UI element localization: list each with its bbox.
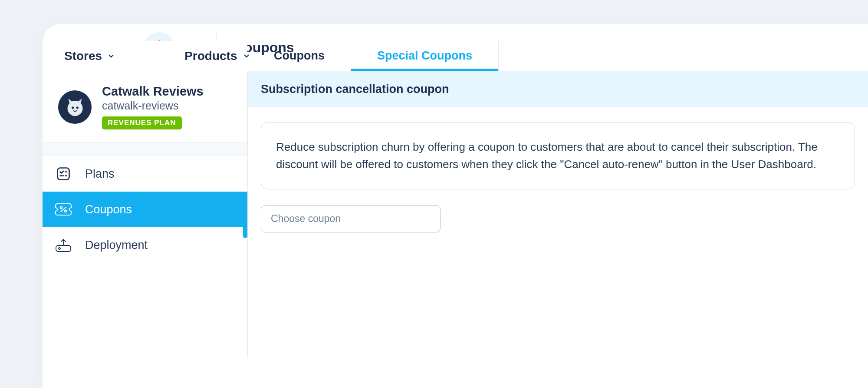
tab-special-coupons[interactable]: Special Coupons (351, 41, 499, 71)
product-slug: catwalk-reviews (102, 99, 204, 112)
coupon-icon (55, 203, 72, 216)
sidebar-item-label: Coupons (85, 203, 132, 216)
sidebar-item-deployment[interactable]: Deployment (43, 227, 247, 263)
main-content: Coupons Special Coupons Subscription can… (247, 71, 868, 358)
product-name: Catwalk Reviews (102, 84, 204, 99)
sidebar-nav: Plans Coupons (43, 156, 247, 263)
product-card[interactable]: Catwalk Reviews catwalk-reviews REVENUES… (43, 71, 247, 143)
product-avatar (58, 90, 92, 124)
sidebar-gap (43, 143, 247, 156)
svg-line-18 (61, 207, 66, 212)
body: Stores Products (43, 71, 868, 358)
nav-stores-dropdown[interactable]: Stores (64, 49, 115, 63)
sidebar: Stores Products (43, 71, 247, 358)
svg-point-10 (72, 106, 74, 109)
nav-products-label: Products (184, 49, 237, 63)
tab-label: Coupons (274, 49, 325, 63)
nav-stores-label: Stores (64, 49, 102, 63)
svg-point-17 (65, 210, 67, 212)
cat-icon (63, 95, 87, 119)
svg-point-11 (76, 106, 78, 109)
sidebar-item-label: Deployment (85, 239, 148, 252)
upload-icon (55, 238, 72, 252)
tabs: Coupons Special Coupons (248, 41, 868, 71)
sidebar-item-label: Plans (85, 167, 115, 181)
svg-point-16 (60, 207, 62, 209)
svg-point-20 (59, 248, 60, 249)
tab-coupons[interactable]: Coupons (248, 41, 351, 71)
tab-label: Special Coupons (377, 49, 472, 63)
sidebar-item-plans[interactable]: Plans (43, 156, 247, 192)
svg-rect-12 (58, 168, 69, 180)
secondary-nav: Stores Products (43, 41, 247, 71)
plan-badge: REVENUES PLAN (102, 116, 182, 129)
select-placeholder: Choose coupon (271, 213, 341, 225)
chevron-down-icon (107, 52, 115, 60)
content-area: Reduce subscription churn by offering a … (248, 107, 868, 247)
app-window: freemius Coupons (43, 24, 868, 388)
checklist-icon (55, 166, 72, 182)
nav-products-dropdown[interactable]: Products (184, 49, 250, 63)
section-heading: Subscription cancellation coupon (248, 71, 868, 107)
info-card: Reduce subscription churn by offering a … (261, 122, 855, 189)
sidebar-item-coupons[interactable]: Coupons (43, 192, 247, 227)
scrollbar-thumb[interactable] (243, 197, 247, 238)
choose-coupon-select[interactable]: Choose coupon (261, 205, 441, 232)
